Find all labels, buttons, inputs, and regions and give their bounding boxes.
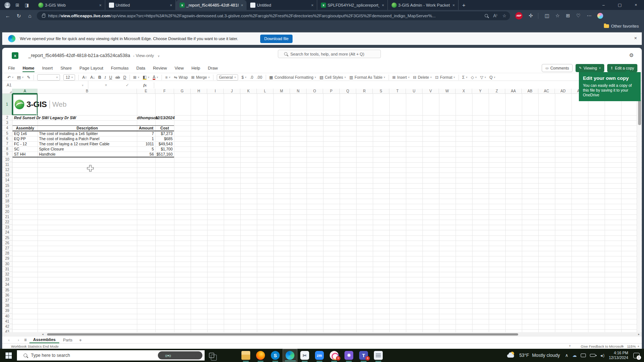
format-as-table-button[interactable]: ▥Format As Table∨ xyxy=(349,75,385,80)
adblock-icon[interactable]: ABP xyxy=(515,12,523,19)
row-header-12[interactable]: 12 xyxy=(2,167,13,173)
status-chevron-icon[interactable]: ∨ xyxy=(569,344,571,347)
file-title[interactable]: _report_f5c46485-42df-4818-b21a-ca3524ca… xyxy=(28,53,160,58)
start-button[interactable] xyxy=(0,349,17,362)
row-header-9[interactable]: 9 xyxy=(2,152,13,157)
refresh-button[interactable]: ↻ xyxy=(13,13,24,19)
row-header-39[interactable]: 39 xyxy=(2,308,13,313)
network-icon[interactable] xyxy=(581,354,586,357)
horizontal-scrollbar[interactable]: ◂ ▸ xyxy=(2,332,642,337)
select-all-corner[interactable]: ◢ xyxy=(2,89,13,94)
column-header-Y[interactable]: Y xyxy=(472,89,489,94)
increase-decimal-button[interactable]: .00 xyxy=(256,75,262,79)
row-header-29[interactable]: 29 xyxy=(2,256,13,261)
tab-close-icon[interactable]: × xyxy=(240,3,244,7)
vertical-scrollbar[interactable]: ▴ xyxy=(637,94,641,332)
search-input[interactable]: Search for tools, help, and more (Alt + … xyxy=(278,50,381,58)
notification-center-icon[interactable]: 1 xyxy=(633,353,640,358)
viewing-mode-button[interactable]: ✎Viewing∨ xyxy=(576,64,604,72)
row-header-7[interactable]: 7 xyxy=(2,141,13,146)
column-header-V[interactable]: V xyxy=(422,89,439,94)
clock[interactable]: 4:16 PM 12/13/2024 xyxy=(609,351,628,360)
shrink-font-button[interactable]: A↓ xyxy=(90,75,95,79)
wrap-button[interactable]: ⇋Wrap xyxy=(174,75,188,80)
browser-tab[interactable]: 3-GIS Web× xyxy=(35,0,105,10)
assembly-cell[interactable]: EQ PP xyxy=(14,136,37,141)
date-cell[interactable]: 12/13/2024 xyxy=(155,115,173,120)
column-header-Z[interactable]: Z xyxy=(489,89,505,94)
italic-button[interactable]: I xyxy=(105,75,106,79)
column-header-AA[interactable]: AA xyxy=(505,89,522,94)
gear-icon[interactable]: ⚙ xyxy=(629,52,634,58)
delete-cells-button[interactable]: ⊟Delete∨ xyxy=(413,75,432,80)
cost-cell[interactable]: $517,160 xyxy=(155,152,173,157)
column-header-E[interactable]: E xyxy=(137,89,155,94)
selection-fill-handle[interactable] xyxy=(36,114,38,116)
merge-button[interactable]: ⊞Merge∨ xyxy=(191,75,210,80)
banner-close-icon[interactable]: × xyxy=(632,35,639,41)
column-header-Q[interactable]: Q xyxy=(340,89,356,94)
comments-button[interactable]: ▭Comments xyxy=(542,64,573,72)
close-button[interactable]: × xyxy=(628,0,644,10)
browser-tab[interactable]: x_report_f5c46485-42df-4818-b21× xyxy=(176,0,247,10)
format-cells-button[interactable]: ⊡Format∨ xyxy=(435,75,455,80)
amount-cell[interactable]: 7 xyxy=(137,131,154,136)
row-header-24[interactable]: 24 xyxy=(2,230,13,235)
sheet-prev-icon[interactable]: ‹ xyxy=(6,338,12,342)
row-header-22[interactable]: 22 xyxy=(2,220,13,225)
menu-insert[interactable]: Insert xyxy=(42,65,53,71)
show-hidden-icons[interactable]: ∧ xyxy=(565,353,568,358)
taskbar-app-firefox[interactable] xyxy=(253,349,268,362)
column-header-S[interactable]: S xyxy=(373,89,389,94)
table-header-cell[interactable]: Cost xyxy=(155,125,174,131)
sheet-next-icon[interactable]: › xyxy=(15,338,21,342)
underline-button[interactable]: U xyxy=(109,75,112,79)
volume-icon[interactable]: ◄) xyxy=(599,354,604,358)
taskbar-app-skype[interactable]: S xyxy=(268,349,283,362)
column-header-AB[interactable]: AB xyxy=(522,89,538,94)
column-header-H[interactable]: H xyxy=(191,89,207,94)
browser-tab[interactable]: 3-GIS Admin - Work Packet Confi× xyxy=(388,0,459,10)
description-cell[interactable]: Splice Closure xyxy=(39,146,136,152)
font-family-select[interactable]: ∨ xyxy=(37,74,60,81)
column-header-K[interactable]: K xyxy=(240,89,257,94)
profile-avatar[interactable] xyxy=(4,2,10,8)
decrease-decimal-button[interactable]: .0 xyxy=(250,75,253,79)
tab-close-icon[interactable]: × xyxy=(381,3,385,7)
conditional-formatting-button[interactable]: ▦Conditional Formatting∨ xyxy=(269,75,316,80)
row-header-14[interactable]: 14 xyxy=(2,178,13,183)
row-header-30[interactable]: 30 xyxy=(2,262,13,267)
row-header-40[interactable]: 40 xyxy=(2,314,13,319)
row-header-5[interactable]: 5 xyxy=(2,131,13,136)
menu-file[interactable]: File xyxy=(8,65,15,71)
description-cell[interactable]: The cost of installing a Patch Panel xyxy=(39,136,136,141)
row-header-11[interactable]: 11 xyxy=(2,162,13,167)
menu-formulas[interactable]: Formulas xyxy=(111,65,129,71)
browser-tab[interactable]: xSPLFD54YH2_splicereport_2024-1× xyxy=(317,0,388,10)
amount-cell[interactable]: 1011 xyxy=(137,141,154,146)
description-cell[interactable]: Handhole xyxy=(39,152,136,157)
align-button[interactable]: ≡∨ xyxy=(165,75,170,79)
column-header-I[interactable]: I xyxy=(207,89,224,94)
column-header-P[interactable]: P xyxy=(323,89,340,94)
battery-icon[interactable] xyxy=(590,354,595,357)
column-header-O[interactable]: O xyxy=(307,89,323,94)
row-header-17[interactable]: 17 xyxy=(2,194,13,199)
row-header-2[interactable]: 2 xyxy=(2,115,13,120)
cell-styles-button[interactable]: ▧Cell Styles∨ xyxy=(319,75,346,80)
workspaces-icon[interactable]: ⊞ xyxy=(13,3,22,8)
row-header-37[interactable]: 37 xyxy=(2,298,13,303)
row-header-32[interactable]: 32 xyxy=(2,272,13,277)
tab-close-icon[interactable]: × xyxy=(452,3,456,7)
horizontal-scroll-thumb[interactable] xyxy=(47,333,518,336)
row-header-4[interactable]: 4 xyxy=(2,125,13,131)
menu-share[interactable]: Share xyxy=(60,65,72,71)
taskbar-app-zoom[interactable]: zm xyxy=(312,349,327,362)
undo-button[interactable]: ↶∨ xyxy=(7,75,14,80)
tab-close-icon[interactable]: × xyxy=(98,3,103,7)
column-header-N[interactable]: N xyxy=(290,89,307,94)
tab-close-icon[interactable]: × xyxy=(169,3,173,7)
taskbar-app-teams[interactable]: T6 xyxy=(356,349,371,362)
author-cell[interactable]: dthompson xyxy=(137,115,154,120)
zoom-out-button[interactable]: − xyxy=(622,344,624,348)
